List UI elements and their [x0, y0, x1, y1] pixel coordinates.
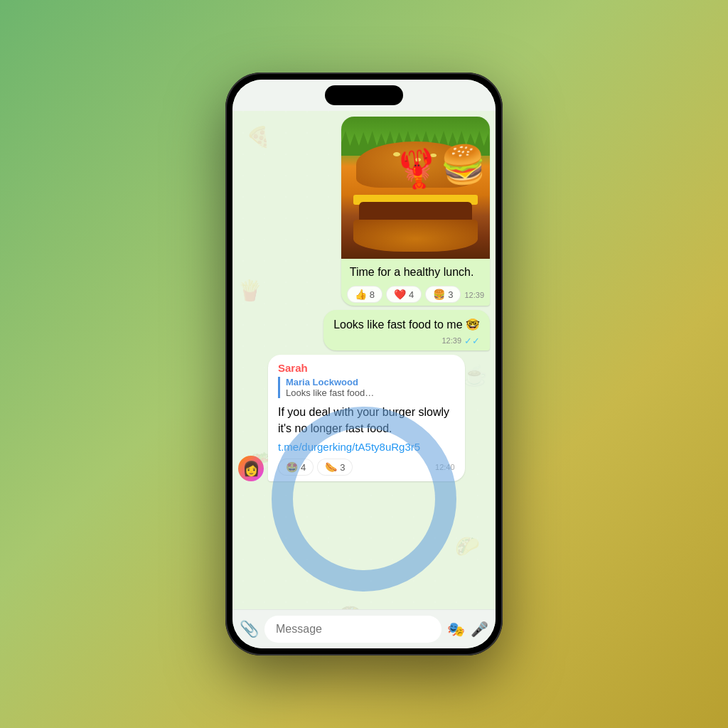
phone-frame: 🍕 🍔 🍟 ☕ 🥗 🌮 🍩 [225, 73, 503, 655]
input-bar: 📎 🎭 🎤 [232, 609, 496, 648]
thumbsup-emoji: 👍 [355, 289, 367, 300]
msg3-body: If you deal with your burger slowly it's… [278, 404, 455, 437]
sticker-icon[interactable]: 🎭 [447, 621, 465, 638]
mic-icon[interactable]: 🎤 [471, 621, 488, 638]
chat-area: 🦞🍔 Time for a healthy lunch. 👍 8 ❤️ 4 [232, 111, 496, 609]
msg3-time: 12:40 [435, 463, 455, 471]
msg1-text-area: Time for a healthy lunch. [341, 259, 490, 283]
hotdog-emoji: 🌭 [325, 461, 337, 473]
right-icons: 🎭 🎤 [447, 621, 488, 638]
attach-icon[interactable]: 📎 [240, 620, 259, 638]
msg3-reactions: 🤩 4 🌭 3 [278, 459, 353, 476]
msg1-text: Time for a healthy lunch. [350, 264, 481, 280]
msg1-reactions: 👍 8 ❤️ 4 🍔 3 12:39 [341, 283, 490, 306]
reaction-thumbsup[interactable]: 👍 8 [347, 286, 382, 303]
phone-screen: 🍕 🍔 🍟 ☕ 🥗 🌮 🍩 [232, 80, 496, 648]
heart-emoji: ❤️ [394, 289, 406, 300]
reaction-star-eyes[interactable]: 🤩 4 [278, 459, 314, 476]
quote-text: Looks like fast food… [286, 387, 455, 398]
sarah-avatar: 👩 [238, 456, 264, 481]
double-check-icon: ✓✓ [464, 336, 480, 346]
msg2-time-row: 12:39 ✓✓ [333, 336, 480, 346]
crab-sticker: 🦞🍔 [392, 141, 488, 192]
message-input[interactable] [264, 616, 441, 643]
msg3-link[interactable]: t.me/durgerking/tA5ty8uRg3r5 [278, 441, 455, 453]
message-3-bubble: Sarah Maria Lockwood Looks like fast foo… [268, 355, 465, 481]
reaction-hotdog[interactable]: 🌭 3 [317, 459, 353, 476]
star-eyes-count: 4 [301, 462, 306, 473]
thumbsup-count: 8 [370, 289, 375, 300]
hotdog-count: 3 [340, 462, 345, 473]
heart-count: 4 [409, 289, 414, 300]
msg2-time: 12:39 [441, 336, 461, 345]
dynamic-island [325, 85, 403, 105]
sender-name: Sarah [278, 362, 455, 374]
quote-block: Maria Lockwood Looks like fast food… [278, 377, 455, 398]
message-2-outgoing-text: Looks like fast food to me 🤓 12:39 ✓✓ [323, 310, 490, 350]
quote-author: Maria Lockwood [286, 377, 455, 387]
burger-image: 🦞🍔 [341, 117, 490, 259]
msg1-time: 12:39 [464, 291, 484, 299]
burger-emoji: 🍔 [433, 289, 445, 300]
message-3-incoming-row: 👩 Sarah Maria Lockwood Looks like fast f… [238, 355, 465, 481]
star-eyes-emoji: 🤩 [286, 461, 298, 473]
msg2-text: Looks like fast food to me 🤓 [333, 317, 480, 333]
message-1-outgoing-image: 🦞🍔 Time for a healthy lunch. 👍 8 ❤️ 4 [341, 117, 490, 306]
status-bar [232, 80, 496, 111]
burger-count: 3 [448, 289, 453, 300]
reaction-heart[interactable]: ❤️ 4 [386, 286, 422, 303]
msg3-bottom: 🤩 4 🌭 3 12:40 [278, 459, 455, 476]
reaction-burger[interactable]: 🍔 3 [425, 286, 461, 303]
